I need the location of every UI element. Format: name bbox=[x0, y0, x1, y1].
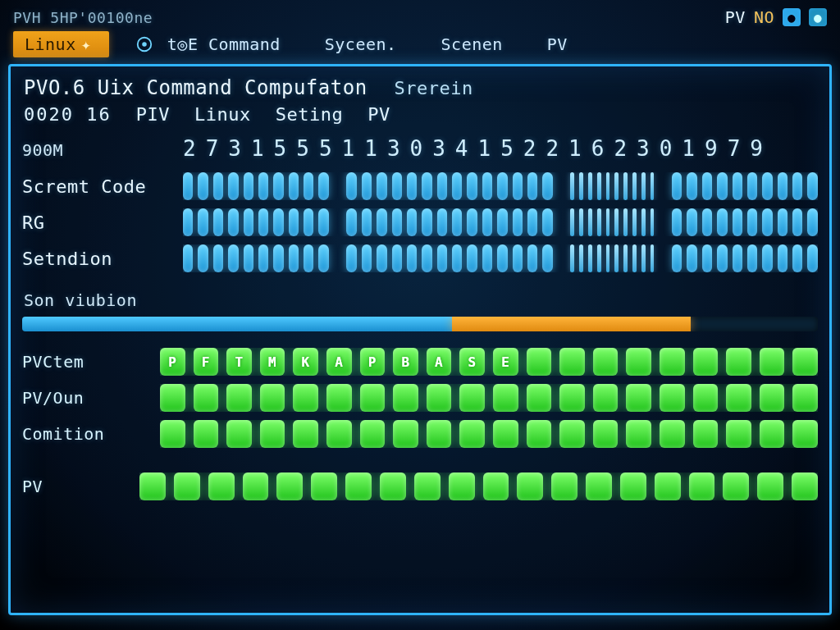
meter-cell bbox=[346, 244, 356, 272]
indicator-block bbox=[792, 420, 818, 448]
meter-cell bbox=[407, 244, 417, 272]
meter-cell bbox=[244, 172, 253, 200]
meter-cell-thin bbox=[641, 172, 646, 200]
meter-cell bbox=[527, 172, 537, 200]
matrix-grid: 900M 27315551130341522162301979 Scremt C… bbox=[22, 136, 818, 272]
meter-cell bbox=[362, 244, 372, 272]
subrow-item: Seting bbox=[276, 104, 343, 125]
meter-cell bbox=[289, 244, 299, 272]
indicator-block: A bbox=[427, 348, 452, 376]
meter-cell bbox=[807, 208, 817, 236]
meter-cell bbox=[513, 208, 523, 236]
matrix-row-label: Setndion bbox=[22, 249, 170, 269]
meter-cell bbox=[762, 244, 772, 272]
meter-cell bbox=[377, 244, 386, 272]
meter-cell bbox=[304, 208, 313, 236]
meter-cell bbox=[482, 208, 492, 236]
lower-row-blocks bbox=[160, 384, 818, 412]
meter-cell bbox=[807, 244, 817, 272]
tab-syceen[interactable]: Syceen. bbox=[313, 31, 415, 57]
meter-cell bbox=[273, 208, 283, 236]
meter-cell bbox=[702, 172, 712, 200]
meter-cell bbox=[228, 244, 238, 272]
tab-linux[interactable]: Linux✦ bbox=[13, 31, 109, 57]
meter-cell bbox=[318, 208, 328, 236]
indicator-block bbox=[760, 420, 785, 448]
meter-cell bbox=[346, 208, 356, 236]
meter-cell bbox=[228, 172, 238, 200]
meter-cell-thin bbox=[651, 244, 655, 272]
indicator-block bbox=[459, 384, 485, 412]
meter-cell bbox=[273, 244, 283, 272]
meter-cell bbox=[213, 172, 223, 200]
indicator-block bbox=[757, 472, 783, 500]
status-indicator-no: NO bbox=[754, 7, 774, 27]
meter-cell bbox=[482, 244, 492, 272]
subrow-item: PV bbox=[368, 104, 390, 125]
lower-grid: PVCtemPFTMKAPBASEPV/OunComition bbox=[22, 348, 818, 448]
matrix-row-bars bbox=[183, 172, 818, 200]
lower-row-label: Comition bbox=[22, 424, 145, 444]
meter-cell-thin bbox=[632, 172, 637, 200]
meter-cell bbox=[258, 244, 268, 272]
indicator-block bbox=[260, 420, 285, 448]
indicator-block bbox=[160, 420, 185, 448]
indicator-block bbox=[260, 384, 285, 412]
meter-cell bbox=[717, 172, 727, 200]
indicator-block bbox=[226, 384, 252, 412]
indicator-block bbox=[345, 472, 372, 500]
indicator-block bbox=[226, 420, 252, 448]
indicator-block bbox=[760, 384, 785, 412]
indicator-block bbox=[276, 472, 303, 500]
tab-strip: Linux✦ t◎E Command Syceen. Scenen PV bbox=[8, 30, 832, 64]
indicator-block bbox=[726, 348, 751, 376]
meter-cell bbox=[258, 208, 268, 236]
meter-cell bbox=[792, 172, 802, 200]
tab-command[interactable]: t◎E Command bbox=[124, 31, 299, 57]
indicator-block bbox=[723, 472, 749, 500]
meter-cell-thin bbox=[623, 244, 628, 272]
tab-pv[interactable]: PV bbox=[536, 31, 586, 57]
meter-cell-thin bbox=[614, 172, 619, 200]
meter-cell-thin bbox=[641, 244, 646, 272]
indicator-block bbox=[326, 384, 352, 412]
meter-cell bbox=[542, 208, 552, 236]
meter-cell bbox=[778, 244, 788, 272]
meter-cell bbox=[467, 172, 477, 200]
status-dot-icon: ● bbox=[809, 8, 827, 26]
indicator-block bbox=[626, 384, 651, 412]
meter-cell bbox=[183, 244, 193, 272]
indicator-block: F bbox=[194, 348, 219, 376]
meter-cell-thin bbox=[606, 244, 610, 272]
meter-cell bbox=[362, 172, 372, 200]
progress-bar[interactable] bbox=[22, 317, 818, 331]
indicator-block bbox=[208, 472, 235, 500]
meter-cell bbox=[213, 208, 223, 236]
meter-cell bbox=[497, 244, 507, 272]
meter-cell-thin bbox=[588, 244, 592, 272]
meter-cell bbox=[482, 172, 492, 200]
indicator-block bbox=[527, 348, 552, 376]
lower-row-label: PV/Oun bbox=[22, 388, 145, 408]
meter-cell bbox=[392, 208, 402, 236]
indicator-block bbox=[360, 420, 386, 448]
indicator-block: B bbox=[393, 348, 418, 376]
meter-cell bbox=[807, 172, 817, 200]
meter-cell bbox=[183, 172, 193, 200]
meter-cell bbox=[362, 208, 372, 236]
meter-cell bbox=[346, 172, 356, 200]
meter-cell bbox=[702, 244, 712, 272]
matrix-header-digits: 27315551130341522162301979 bbox=[183, 136, 818, 161]
meter-cell bbox=[733, 208, 742, 236]
indicator-block bbox=[194, 420, 219, 448]
meter-cell bbox=[407, 172, 417, 200]
meter-cell bbox=[762, 208, 772, 236]
status-indicator-pv: PV bbox=[725, 7, 746, 27]
indicator-block bbox=[593, 384, 619, 412]
subrow-item: PIV bbox=[136, 104, 170, 125]
tab-scenen[interactable]: Scenen bbox=[430, 31, 521, 57]
indicator-block bbox=[792, 472, 818, 500]
meter-cell-thin bbox=[579, 172, 583, 200]
meter-cell bbox=[513, 244, 523, 272]
indicator-block bbox=[760, 348, 785, 376]
